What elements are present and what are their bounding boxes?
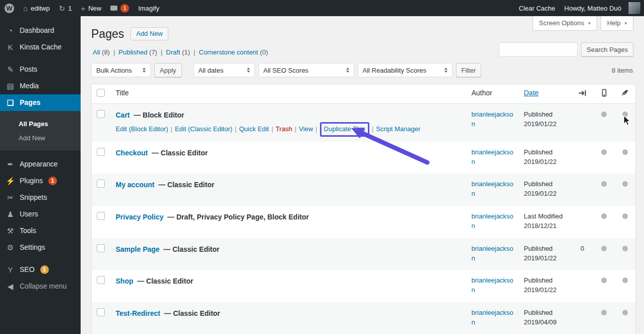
screen-options-tab[interactable]: Screen Options ▾ — [533, 16, 597, 31]
updates-link[interactable]: ↻ 1 — [54, 0, 77, 16]
view-filter-cornerstone-content[interactable]: Cornerstone content (0) — [199, 48, 268, 56]
select-caret-icon — [143, 66, 146, 74]
user-avatar[interactable] — [628, 2, 641, 15]
row-action-view[interactable]: View — [299, 125, 313, 133]
author-link[interactable]: brianleejackson — [472, 148, 514, 167]
readability-score-dot — [622, 213, 628, 219]
sidebar-item-pages[interactable]: ❏ Pages — [0, 94, 81, 111]
clear-cache-button[interactable]: Clear Cache — [514, 0, 560, 16]
row-action-edit-classic-editor[interactable]: Edit (Classic Editor) — [175, 125, 232, 133]
sidebar-item-appearance[interactable]: ✒ Appearance — [0, 156, 81, 173]
page-title-link[interactable]: My account — [116, 181, 155, 189]
column-header-date[interactable]: Date — [524, 89, 539, 97]
notifications-link[interactable]: 1 — [106, 0, 134, 16]
author-link[interactable]: brianleejackson — [472, 244, 514, 263]
column-header-author: Author — [467, 84, 519, 104]
pages-submenu: All PagesAdd New — [0, 111, 81, 150]
search-input[interactable] — [499, 42, 577, 57]
view-filter-all[interactable]: All (8) — [93, 48, 110, 56]
author-link[interactable]: brianleejackson — [472, 180, 514, 199]
notification-badge: 1 — [120, 4, 129, 13]
author-link[interactable]: brianleejackson — [472, 212, 514, 231]
table-row: Shop — Classic Editor brianleejackson Pu… — [92, 270, 636, 302]
page-title-link[interactable]: Privacy Policy — [116, 213, 164, 221]
my-account-menu[interactable]: Howdy, Matteo Duò — [560, 0, 626, 16]
column-header-readability[interactable] — [615, 84, 636, 104]
row-action-trash[interactable]: Trash — [276, 125, 292, 133]
row-actions: Edit (Block Editor)|Edit (Classic Editor… — [116, 124, 462, 135]
select-caret-icon — [346, 66, 349, 74]
author-link[interactable]: brianleejackson — [472, 110, 514, 129]
publish-date: 2019/01/22 — [524, 190, 557, 197]
row-checkbox[interactable] — [97, 110, 105, 118]
row-checkbox[interactable] — [97, 308, 105, 316]
publish-status: Published — [524, 110, 553, 118]
post-state-label: — Classic Editor — [164, 309, 220, 317]
view-filter-draft[interactable]: Draft (1) — [166, 48, 190, 56]
page-title-link[interactable]: Shop — [116, 277, 134, 285]
admin-bar: W ⌂ editwp ↻ 1 + New 1 Imagify Clear Cac… — [0, 0, 644, 16]
sidebar-subitem-add-new[interactable]: Add New — [0, 131, 81, 145]
sidebar-item-tools[interactable]: ⚒ Tools — [0, 222, 81, 239]
sidebar-item-collapse[interactable]: ◀ Collapse menu — [0, 278, 81, 295]
sidebar-item-kinsta-cache[interactable]: K Kinsta Cache — [0, 39, 81, 55]
imagify-menu[interactable]: Imagify — [134, 0, 164, 16]
seo-score-dot — [601, 310, 607, 315]
post-state-label: — Classic Editor — [152, 149, 208, 157]
plugins-icon: ⚡ — [6, 177, 15, 185]
sidebar-subitem-all-pages[interactable]: All Pages — [0, 117, 81, 131]
page-title-link[interactable]: Cart — [116, 111, 130, 119]
column-header-redirects[interactable] — [571, 84, 594, 104]
author-link[interactable]: brianleejackson — [472, 308, 514, 327]
apply-button[interactable]: Apply — [154, 63, 182, 77]
seo-score-dot — [601, 181, 607, 187]
column-header-title[interactable]: Title — [116, 89, 129, 97]
seo-score-dot — [601, 112, 607, 117]
sidebar-item-plugins[interactable]: ⚡ Plugins 1 — [0, 173, 81, 189]
column-header-mobile[interactable] — [594, 84, 615, 104]
help-tab[interactable]: Help ▾ — [601, 16, 633, 31]
row-action-edit-block-editor[interactable]: Edit (Block Editor) — [116, 125, 168, 133]
sidebar-item-users[interactable]: ♟ Users — [0, 206, 81, 222]
page-title-link[interactable]: Checkout — [116, 149, 148, 157]
row-checkbox[interactable] — [97, 276, 105, 284]
publish-date: 2019/01/22 — [524, 286, 557, 294]
select-all-checkbox[interactable] — [97, 89, 105, 97]
row-checkbox[interactable] — [97, 180, 105, 188]
sidebar-item-snippets[interactable]: ✂ Snippets — [0, 189, 81, 206]
row-action-quick-edit[interactable]: Quick Edit — [239, 125, 269, 133]
add-new-button[interactable]: Add New — [131, 27, 168, 40]
wordpress-menu[interactable]: W — [0, 0, 19, 16]
author-link[interactable]: brianleejackson — [472, 276, 514, 295]
row-action-duplicate-this[interactable]: Duplicate This — [324, 125, 365, 133]
home-icon: ⌂ — [23, 5, 28, 12]
sidebar-item-media[interactable]: ▤ Media — [0, 78, 81, 94]
view-filter-published[interactable]: Published (7) — [118, 48, 157, 56]
collapse-icon: ◀ — [6, 282, 15, 291]
snippets-icon: ✂ — [6, 193, 15, 202]
publish-status: Published — [524, 148, 553, 156]
sidebar-item-posts[interactable]: ✎ Posts — [0, 61, 81, 78]
table-row: Cart — Block Editor Edit (Block Editor)|… — [92, 104, 636, 142]
sidebar-item-settings[interactable]: ⚙ Settings — [0, 239, 81, 256]
site-name-link[interactable]: ⌂ editwp — [19, 0, 54, 16]
search-pages-button[interactable]: Search Pages — [581, 42, 633, 57]
page-title-link[interactable]: Test-Redirect — [116, 309, 160, 317]
page-title-link[interactable]: Sample Page — [116, 245, 160, 253]
sidebar-item-dashboard[interactable]: ◔ Dashboard — [0, 22, 81, 39]
seo-icon: Y — [6, 265, 15, 274]
row-checkbox[interactable] — [97, 244, 105, 252]
seo-scores-filter-select[interactable]: All SEO Scores — [259, 63, 354, 77]
row-checkbox[interactable] — [97, 212, 105, 220]
filter-button[interactable]: Filter — [456, 63, 482, 77]
admin-sidebar: ◔ Dashboard K Kinsta Cache ✎ Posts ▤ Med… — [0, 16, 81, 334]
new-content-link[interactable]: + New — [76, 0, 106, 16]
row-action-script-manager[interactable]: Script Manager — [376, 125, 420, 133]
row-checkbox[interactable] — [97, 148, 105, 156]
sidebar-item-seo[interactable]: Y SEO 1 — [0, 261, 81, 278]
chevron-down-icon: ▾ — [624, 21, 627, 26]
bulk-actions-select[interactable]: Bulk Actions — [91, 63, 151, 77]
dates-filter-select[interactable]: All dates — [194, 63, 255, 77]
seo-score-dot — [601, 149, 607, 155]
readability-scores-filter-select[interactable]: All Readability Scores — [358, 63, 453, 77]
